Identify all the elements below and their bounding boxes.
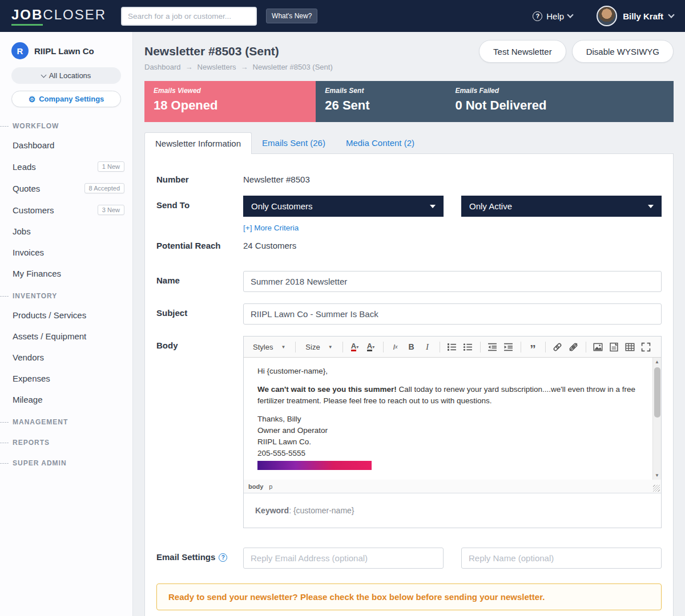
chevron-down-icon <box>41 72 46 78</box>
test-newsletter-button[interactable]: Test Newsletter <box>479 40 566 63</box>
body-paragraph: We can't wait to see you this summer! Ca… <box>257 384 636 407</box>
sidebar-item-expenses[interactable]: Expenses <box>0 368 132 389</box>
company-header: R RIIPL Lawn Co <box>0 42 132 59</box>
breadcrumb-newsletters[interactable]: Newsletters <box>198 63 236 71</box>
disable-wysiwyg-button[interactable]: Disable WYSIWYG <box>572 40 674 63</box>
send-to-status-select[interactable]: Only Active <box>461 196 662 217</box>
sidebar-item-label: Mileage <box>13 395 43 404</box>
toolbar-separator <box>440 342 440 352</box>
stat-label: Emails Sent <box>325 87 437 95</box>
stat-value: 0 Not Delivered <box>455 98 664 113</box>
locations-dropdown[interactable]: All Locations <box>11 67 121 84</box>
reply-email-input[interactable] <box>243 548 444 569</box>
section-header-workflow: WORKFLOW <box>0 114 132 135</box>
remove-format-icon[interactable]: Ix <box>389 340 402 354</box>
decrease-indent-icon[interactable] <box>486 340 499 354</box>
toolbar-separator <box>480 342 481 352</box>
app-logo[interactable]: JOBCLOSER <box>11 7 106 26</box>
element-path-body[interactable]: body <box>248 483 263 490</box>
bold-icon[interactable]: B <box>405 340 418 354</box>
section-header-management[interactable]: MANAGEMENT <box>0 410 132 431</box>
user-menu[interactable]: Billy Kraft <box>597 6 674 26</box>
breadcrumb: Dashboard → Newsletters → Newsletter #85… <box>144 63 333 71</box>
help-tooltip-icon[interactable]: ? <box>219 553 227 562</box>
toolbar-separator <box>586 342 586 352</box>
editor-scrollbar[interactable]: ▲ ▼ <box>652 358 661 480</box>
numbered-list-icon[interactable] <box>445 340 459 354</box>
chevron-down-icon: ▼ <box>281 345 285 350</box>
blockquote-icon[interactable]: ” <box>526 340 540 354</box>
sidebar-item-dashboard[interactable]: Dashboard <box>0 135 132 156</box>
help-menu[interactable]: ? Help <box>533 11 573 21</box>
section-header-super-admin[interactable]: SUPER ADMIN <box>0 451 132 472</box>
size-dropdown[interactable]: Size ▼ <box>301 341 337 353</box>
user-name: Billy Kraft <box>623 11 663 21</box>
text-color-icon[interactable]: A▾ <box>348 340 362 354</box>
sidebar-item-quotes[interactable]: Quotes 8 Accepted <box>0 177 132 199</box>
sidebar-item-customers[interactable]: Customers 3 New <box>0 199 132 221</box>
sidebar-item-label: Assets / Equipment <box>13 331 86 341</box>
sidebar-item-label: Expenses <box>13 374 50 383</box>
resize-grip[interactable] <box>653 485 660 492</box>
stat-value: 26 Sent <box>325 98 437 113</box>
sidebar-item-my-finances[interactable]: My Finances <box>0 263 132 284</box>
sidebar-item-label: Quotes <box>13 184 40 193</box>
quotes-badge: 8 Accepted <box>84 183 124 193</box>
embedded-banner-image <box>257 461 372 470</box>
unlink-icon[interactable] <box>567 340 581 354</box>
toolbar-separator <box>295 342 296 352</box>
more-criteria-link[interactable]: [+] More Criteria <box>243 224 299 232</box>
link-icon[interactable] <box>551 340 565 354</box>
chevron-down-icon <box>668 11 674 18</box>
newsletter-subject-input[interactable] <box>243 303 662 325</box>
italic-icon[interactable]: I <box>421 340 434 354</box>
embed-template-icon[interactable] <box>607 340 621 354</box>
name-label: Name <box>156 271 243 292</box>
styles-dropdown[interactable]: Styles ▼ <box>248 341 290 353</box>
sidebar-item-vendors[interactable]: Vendors <box>0 347 132 368</box>
whats-new-button[interactable]: What's New? <box>266 9 317 23</box>
increase-indent-icon[interactable] <box>502 340 515 354</box>
tab-emails-sent[interactable]: Emails Sent (26) <box>252 132 336 153</box>
company-settings-button[interactable]: ⚙ Company Settings <box>11 91 121 107</box>
tab-media-content[interactable]: Media Content (2) <box>336 132 425 153</box>
send-to-type-select[interactable]: Only Customers <box>243 196 444 217</box>
customers-badge: 3 New <box>98 205 124 215</box>
sidebar-item-leads[interactable]: Leads 1 New <box>0 156 132 177</box>
global-search-input[interactable] <box>121 7 257 26</box>
stat-label: Emails Failed <box>455 87 664 95</box>
scroll-down-icon[interactable]: ▼ <box>653 471 661 480</box>
image-icon[interactable] <box>591 340 605 354</box>
sidebar-item-products-services[interactable]: Products / Services <box>0 305 132 326</box>
editor-content-area[interactable]: Hi {customer-name}, We can't wait to see… <box>244 358 661 480</box>
section-header-reports[interactable]: REPORTS <box>0 431 132 451</box>
logo-primary: JOB <box>11 7 43 26</box>
keyword-hint: Keyword: {customer-name} <box>244 493 661 528</box>
bulleted-list-icon[interactable] <box>461 340 475 354</box>
background-color-icon[interactable]: A▾ <box>364 340 378 354</box>
maximize-icon[interactable] <box>639 340 653 354</box>
table-icon[interactable] <box>623 340 637 354</box>
breadcrumb-dashboard[interactable]: Dashboard <box>144 63 181 71</box>
reply-name-input[interactable] <box>461 548 662 569</box>
stat-label: Emails Viewed <box>154 87 307 95</box>
chevron-down-icon <box>567 11 573 18</box>
send-warning-banner: Ready to send your newsletter? Please ch… <box>156 583 662 610</box>
stat-emails-failed: Emails Failed 0 Not Delivered <box>446 81 674 122</box>
newsletter-info-panel: Number Newsletter #8503 Send To Only Cus… <box>144 153 674 616</box>
sidebar-item-jobs[interactable]: Jobs <box>0 221 132 242</box>
signature-line: 205-555-5555 <box>257 448 636 459</box>
scroll-up-icon[interactable]: ▲ <box>653 358 661 366</box>
scrollbar-thumb[interactable] <box>654 367 660 418</box>
sidebar-item-mileage[interactable]: Mileage <box>0 389 132 410</box>
sidebar-item-invoices[interactable]: Invoices <box>0 242 132 263</box>
element-path-p[interactable]: p <box>269 483 272 490</box>
tab-newsletter-information[interactable]: Newsletter Information <box>144 132 252 154</box>
newsletter-name-input[interactable] <box>243 271 662 292</box>
stat-emails-sent: Emails Sent 26 Sent <box>316 81 446 122</box>
sidebar-item-assets-equipment[interactable]: Assets / Equipment <box>0 326 132 347</box>
company-avatar: R <box>11 42 29 59</box>
body-label: Body <box>156 336 243 528</box>
body-greeting: Hi {customer-name}, <box>257 366 636 377</box>
main-content: Newsletter #8503 (Sent) Dashboard → News… <box>133 32 685 616</box>
